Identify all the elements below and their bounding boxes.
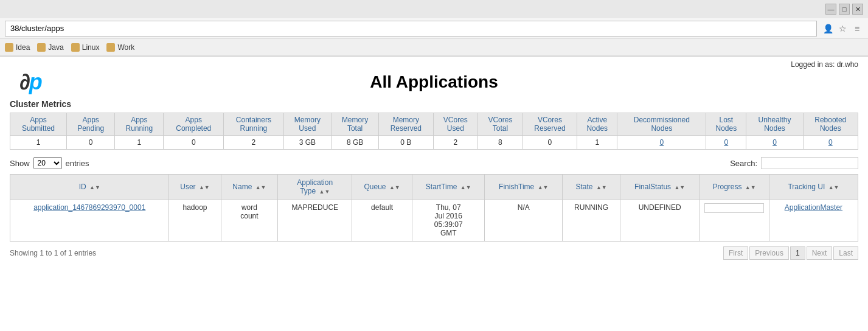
cell-tracking-ui: ApplicationMaster (769, 200, 858, 242)
search-input[interactable] (761, 157, 858, 169)
bookmark-linux[interactable]: Linux (71, 43, 100, 52)
bookmark-icon-work (106, 43, 115, 52)
cell-state: RUNNING (563, 200, 620, 242)
cell-start-time: Thu, 07Jul 201605:39:07GMT (412, 200, 485, 242)
page-header-area: ∂p All Applications (10, 72, 858, 92)
metric-unhealthy-nodes: 0 (746, 136, 803, 150)
cluster-metrics-title: Cluster Metrics (10, 99, 858, 109)
metric-memory-reserved: 0 B (379, 136, 433, 150)
menu-icon[interactable]: ≡ (851, 23, 863, 35)
col-header-user[interactable]: User ▲▼ (169, 175, 221, 200)
restore-button[interactable]: □ (839, 4, 850, 15)
metric-header-decommissioned-nodes: DecommissionedNodes (617, 113, 706, 136)
progress-bar-container (704, 203, 764, 213)
bookmark-icon-linux (71, 43, 80, 52)
sort-arrows-finish-time: ▲▼ (538, 184, 549, 190)
metric-vcores-reserved: 0 (523, 136, 577, 150)
col-header-queue[interactable]: Queue ▲▼ (352, 175, 412, 200)
metric-header-unhealthy-nodes: UnhealthyNodes (746, 113, 803, 136)
tracking-ui-link[interactable]: ApplicationMaster (785, 203, 842, 212)
metric-lost-nodes: 0 (706, 136, 746, 150)
col-header-id[interactable]: ID ▲▼ (10, 175, 169, 200)
browser-addressbar: 👤 ☆ ≡ (0, 18, 868, 39)
col-header-state[interactable]: State ▲▼ (563, 175, 620, 200)
metric-rebooted-nodes: 0 (803, 136, 858, 150)
controls-row: Show 10 20 50 100 entries Search: (10, 157, 858, 169)
cell-finish-time: N/A (485, 200, 563, 242)
browser-titlebar: — □ ✕ (0, 0, 868, 18)
cell-app-type: MAPREDUCE (278, 200, 352, 242)
col-header-name[interactable]: Name ▲▼ (221, 175, 278, 200)
sort-arrows-progress: ▲▼ (745, 184, 756, 190)
cell-queue: default (352, 200, 412, 242)
metric-header-vcores-reserved: VCoresReserved (523, 113, 577, 136)
metric-vcores-total: 8 (478, 136, 523, 150)
entries-select[interactable]: 10 20 50 100 (33, 157, 62, 169)
metric-apps-submitted: 1 (10, 136, 67, 150)
page-title: All Applications (370, 72, 498, 92)
col-header-app-type[interactable]: ApplicationType ▲▼ (278, 175, 352, 200)
pagination-buttons: First Previous 1 Next Last (723, 246, 858, 260)
applications-table: ID ▲▼ User ▲▼ Name ▲▼ ApplicationType ▲▼… (10, 174, 858, 242)
cell-user: hadoop (169, 200, 221, 242)
entries-label: entries (66, 159, 89, 168)
logged-in-text: Logged in as: dr.who (10, 57, 858, 72)
first-button[interactable]: First (723, 246, 748, 260)
metric-header-lost-nodes: LostNodes (706, 113, 746, 136)
search-label: Search: (730, 159, 757, 168)
metric-header-apps-completed: AppsCompleted (164, 113, 224, 136)
metric-header-active-nodes: ActiveNodes (577, 113, 617, 136)
metrics-row: 1 0 1 0 2 3 GB 8 GB 0 B 2 8 0 1 0 0 0 0 (10, 136, 858, 150)
col-header-tracking-ui[interactable]: Tracking UI ▲▼ (769, 175, 858, 200)
app-id-link[interactable]: application_1467869293970_0001 (33, 203, 145, 212)
pagination-row: Showing 1 to 1 of 1 entries First Previo… (10, 246, 858, 260)
close-button[interactable]: ✕ (852, 4, 863, 15)
sort-arrows-tracking-ui: ▲▼ (828, 184, 839, 190)
metric-header-memory-total: MemoryTotal (331, 113, 378, 136)
app-logo: ∂p (19, 69, 41, 95)
sort-arrows-start-time: ▲▼ (460, 184, 471, 190)
metric-header-memory-reserved: MemoryReserved (379, 113, 433, 136)
col-header-final-status[interactable]: FinalStatus ▲▼ (620, 175, 700, 200)
cluster-metrics-table: AppsSubmitted AppsPending AppsRunning Ap… (10, 113, 858, 150)
cell-final-status: UNDEFINED (620, 200, 700, 242)
sort-arrows-queue: ▲▼ (389, 184, 400, 190)
metric-header-apps-running: AppsRunning (115, 113, 164, 136)
bookmark-icon-java (37, 43, 46, 52)
metric-memory-total: 8 GB (331, 136, 378, 150)
bookmark-icon-idea (5, 43, 13, 52)
sort-arrows-name: ▲▼ (255, 184, 266, 190)
page-number-button[interactable]: 1 (790, 246, 805, 260)
metric-containers-running: 2 (224, 136, 284, 150)
metric-header-containers-running: ContainersRunning (224, 113, 284, 136)
metric-header-apps-pending: AppsPending (67, 113, 115, 136)
bookmark-label-linux: Linux (82, 43, 100, 52)
cell-name: wordcount (221, 200, 278, 242)
metric-decommissioned-nodes: 0 (617, 136, 706, 150)
address-bar[interactable] (5, 21, 817, 37)
metric-memory-used: 3 GB (283, 136, 331, 150)
previous-button[interactable]: Previous (749, 246, 789, 260)
bookmark-work[interactable]: Work (106, 43, 134, 52)
browser-chrome: — □ ✕ 👤 ☆ ≡ Idea Java Linux Work (0, 0, 868, 57)
star-icon[interactable]: ☆ (836, 23, 849, 35)
metric-header-rebooted-nodes: RebootedNodes (803, 113, 858, 136)
sort-arrows-app-type: ▲▼ (319, 189, 330, 195)
sort-arrows-user: ▲▼ (199, 184, 210, 190)
bookmark-label-idea: Idea (16, 43, 30, 52)
bookmark-idea[interactable]: Idea (5, 43, 30, 52)
last-button[interactable]: Last (833, 246, 858, 260)
col-header-start-time[interactable]: StartTime ▲▼ (412, 175, 485, 200)
metric-header-vcores-used: VCoresUsed (433, 113, 478, 136)
sort-arrows-id: ▲▼ (89, 184, 100, 190)
metric-header-apps-submitted: AppsSubmitted (10, 113, 67, 136)
metric-active-nodes: 1 (577, 136, 617, 150)
col-header-progress[interactable]: Progress ▲▼ (700, 175, 769, 200)
bookmark-label-work: Work (117, 43, 134, 52)
next-button[interactable]: Next (807, 246, 833, 260)
person-icon: 👤 (822, 23, 834, 35)
page-content: Logged in as: dr.who ∂p All Applications… (0, 57, 868, 270)
minimize-button[interactable]: — (825, 4, 836, 15)
bookmark-java[interactable]: Java (37, 43, 63, 52)
col-header-finish-time[interactable]: FinishTime ▲▼ (485, 175, 563, 200)
